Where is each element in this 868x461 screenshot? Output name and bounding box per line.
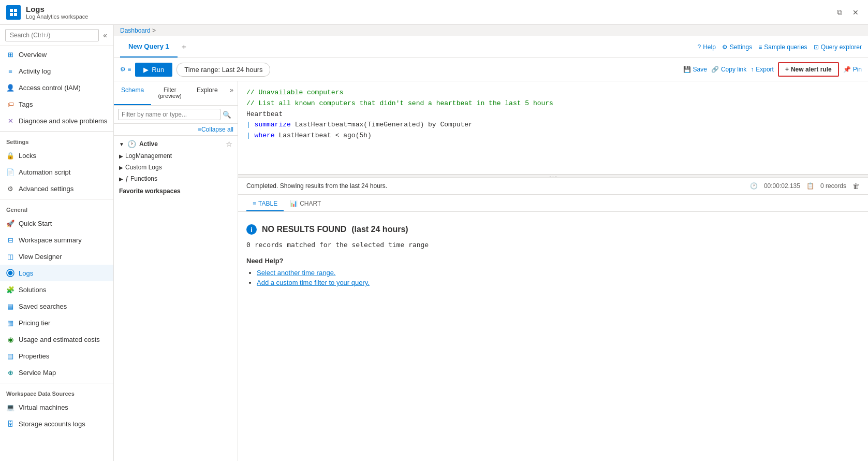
add-filter-link[interactable]: Add a custom time filter to your query. [257,279,370,286]
sidebar-item-locks[interactable]: 🔒 Locks [0,147,113,164]
chevron-down-icon: ▼ [119,141,124,147]
app-title-name: Logs [26,5,88,13]
run-btn[interactable]: ▶ Run [135,63,172,77]
view-icon: ◫ [6,252,14,261]
map-icon: ⊕ [6,368,14,377]
schema-tab-filter[interactable]: Filter (preview) [151,81,188,105]
sample-queries-label: Sample queries [764,44,807,51]
settings-label: Settings [730,44,752,51]
toolbar-settings-btn[interactable]: ⚙ ≡ [120,66,131,73]
tab-new-query-1[interactable]: New Query 1 [120,36,178,57]
star-icon[interactable]: ☆ [226,140,232,148]
sidebar-divider-3 [0,383,113,383]
logs-icon [6,269,14,277]
sidebar-collapse-btn[interactable]: « [102,30,108,40]
sidebar-item-quickstart[interactable]: 🚀 Quick Start [0,215,113,232]
usage-icon: ◉ [6,335,14,343]
breadcrumb-separator: > [152,27,156,34]
save-btn[interactable]: 💾 Save [683,66,707,73]
code-line-3: Heartbeat [246,109,860,120]
schema-tab-explore[interactable]: Explore [188,81,226,105]
sidebar-item-view-designer[interactable]: ◫ View Designer [0,248,113,265]
time-range-btn[interactable]: Time range: Last 24 hours [176,63,270,77]
pin-btn[interactable]: 📌 Pin [843,66,862,73]
time-taken: 00:00:02.135 [764,182,800,190]
sidebar-item-logs[interactable]: Logs [0,265,113,281]
breadcrumb-dashboard[interactable]: Dashboard [120,27,151,34]
sidebar-item-diagnose[interactable]: ✕ Diagnose and solve problems [0,112,113,129]
schema-group-functions[interactable]: ▶ ƒ Functions [114,173,238,184]
collapse-all-btn[interactable]: ≡ Collapse all [114,124,238,136]
results-tab-table[interactable]: ≡ TABLE [246,197,284,211]
sidebar-item-properties[interactable]: ▤ Properties [0,348,113,364]
code-line-1: // Unavailable computers [246,88,860,98]
sidebar-item-activity-log[interactable]: ≡ Activity log [0,63,113,79]
sidebar-item-saved-searches[interactable]: ▤ Saved searches [0,298,113,314]
gear-icon: ⚙ [722,44,728,51]
query-explorer-label: Query explorer [821,44,862,51]
content-area: Dashboard > New Query 1 + ? Help ⚙ Setti… [114,25,868,461]
delete-btn[interactable]: 🗑 [852,182,860,190]
new-alert-btn[interactable]: + New alert rule [778,62,839,77]
help-btn[interactable]: ? Help [697,44,715,51]
puzzle-icon: 🧩 [6,285,14,294]
help-link-item-2: Add a custom time filter to your query. [257,279,860,286]
toolbar-right: 💾 Save 🔗 Copy link ↑ Export + New alert … [683,62,862,77]
sidebar-item-access-control[interactable]: 👤 Access control (IAM) [0,79,113,96]
group-label: Custom Logs [125,164,162,171]
settings-btn[interactable]: ⚙ Settings [722,44,752,51]
schema-group-logmanagement[interactable]: ▶ LogManagement [114,150,238,162]
schema-collapse-btn[interactable]: » [226,81,238,105]
search-input[interactable] [5,29,99,41]
close-btn[interactable]: ✕ [849,6,862,19]
export-btn[interactable]: ↑ Export [751,66,774,73]
workspace-section-label: Workspace Data Sources [0,385,113,399]
grid-icon: ⊞ [6,50,14,59]
sidebar-item-virtual-machines[interactable]: 💻 Virtual machines [0,399,113,415]
sidebar-item-solutions[interactable]: 🧩 Solutions [0,281,113,298]
chevron-right-icon: ▶ [119,176,123,182]
sidebar-item-label: Overview [19,51,47,59]
sidebar-item-pricing[interactable]: ▦ Pricing tier [0,314,113,331]
editor-pane[interactable]: // Unavailable computers // List all kno… [238,81,868,175]
no-results-title: NO RESULTS FOUND [262,225,346,234]
sample-queries-icon: ≡ [758,44,762,51]
sidebar-item-label: Diagnose and solve problems [19,117,107,125]
schema-group-customlogs[interactable]: ▶ Custom Logs [114,162,238,173]
no-results-header: i NO RESULTS FOUND (last 24 hours) [246,224,860,235]
sample-queries-btn[interactable]: ≡ Sample queries [758,44,807,51]
tab-add-btn[interactable]: + [178,38,190,56]
sidebar-item-label: Tags [19,100,33,108]
table-icon: ≡ [253,200,256,207]
schema-tab-schema[interactable]: Schema [114,81,151,105]
sidebar-item-overview[interactable]: ⊞ Overview [0,46,113,63]
help-links-list: Select another time range. Add a custom … [246,269,860,286]
wrench-icon: ✕ [6,117,14,125]
time-range-label: Time range: Last 24 hours [184,66,262,74]
sidebar-item-advanced[interactable]: ⚙ Advanced settings [0,180,113,197]
run-label: Run [152,66,164,74]
query-explorer-btn[interactable]: ⊡ Query explorer [814,44,862,51]
sidebar-item-automation[interactable]: 📄 Automation script [0,164,113,180]
sidebar-item-storage-logs[interactable]: 🗄 Storage accounts logs [0,415,113,432]
bars-icon: ▤ [6,302,14,310]
results-tab-chart[interactable]: 📊 CHART [284,197,327,211]
sidebar-item-label: Virtual machines [19,404,68,411]
sidebar-item-label: Saved searches [19,302,67,310]
results-meta: 🕐 00:00:02.135 📋 0 records 🗑 [750,182,860,190]
chart-label: CHART [300,200,321,207]
sidebar-item-usage[interactable]: ◉ Usage and estimated costs [0,331,113,348]
tab-bar: New Query 1 + ? Help ⚙ Settings ≡ Sample… [114,36,868,58]
copy-link-btn[interactable]: 🔗 Copy link [711,66,746,73]
schema-search-btn[interactable]: 🔍 [220,110,233,120]
chevron-right-icon: ▶ [119,153,123,159]
sidebar-item-workspace-summary[interactable]: ⊟ Workspace summary [0,232,113,248]
no-results-section: i NO RESULTS FOUND (last 24 hours) 0 rec… [238,212,868,301]
sidebar-item-tags[interactable]: 🏷 Tags [0,96,113,112]
schema-search-input[interactable] [118,109,220,120]
select-time-link[interactable]: Select another time range. [257,269,335,277]
title-bar-left: Logs Log Analytics workspace [6,5,88,20]
restore-btn[interactable]: ⧉ [834,6,845,19]
sidebar-item-label: Service Map [19,369,56,377]
sidebar-item-service-map[interactable]: ⊕ Service Map [0,364,113,381]
